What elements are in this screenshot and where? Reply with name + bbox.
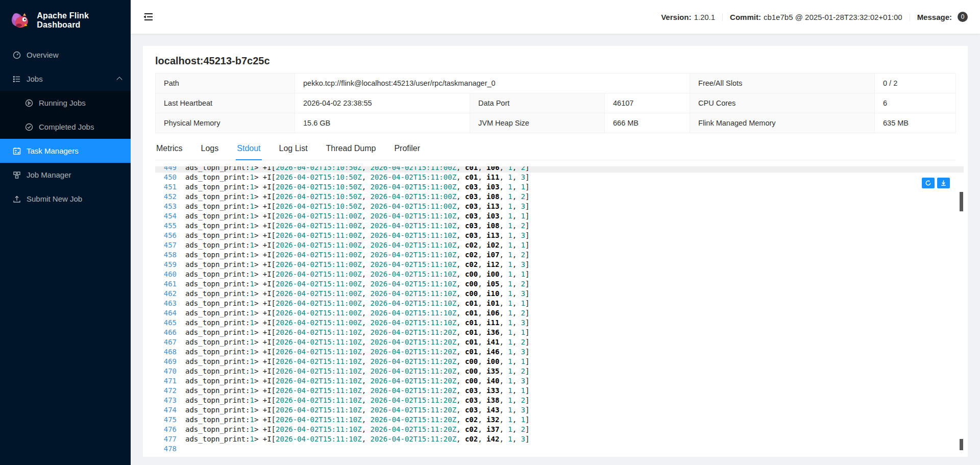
refresh-log-button[interactable] (922, 178, 935, 188)
log-token: , (499, 435, 508, 443)
window-end: 2026-04-02T15:11:20Z (370, 377, 456, 385)
log-token: +I[ (263, 241, 276, 249)
sidebar-item-running-jobs[interactable]: Running Jobs (0, 91, 131, 115)
category-id: c02 (465, 241, 478, 249)
log-token: , (512, 386, 521, 395)
log-line: 469ads_topn_print:1> +I[2026-04-02T15:11… (155, 357, 964, 366)
log-token: , (499, 309, 508, 317)
rank-value: 1 (508, 435, 512, 443)
score-value: 2 (521, 309, 525, 317)
log-line: 475ads_topn_print:1> +I[2026-04-02T15:11… (155, 415, 964, 425)
log-token: 1 (250, 241, 254, 249)
log-token: , (512, 270, 521, 278)
log-line: 460ads_topn_print:1> +I[2026-04-02T15:11… (155, 270, 964, 279)
log-token: , (456, 386, 465, 395)
stdout-log-viewer[interactable]: 449ads_topn_print:1> +I[2026-04-02T15:10… (155, 166, 964, 455)
category-id: c01 (465, 309, 478, 317)
log-token: ] (525, 270, 529, 278)
category-id: c03 (465, 386, 478, 395)
tab-profiler[interactable]: Profiler (393, 138, 421, 160)
line-number: 472 (155, 386, 177, 396)
log-token: , (456, 328, 465, 336)
window-end: 2026-04-02T15:11:20Z (370, 425, 456, 433)
log-token: , (456, 212, 465, 220)
scrollbar-thumb[interactable] (960, 192, 963, 211)
window-end: 2026-04-02T15:11:10Z (370, 241, 456, 249)
log-token: ] (525, 241, 529, 249)
line-number: 462 (155, 289, 177, 299)
log-token: ads_topn_print (185, 183, 246, 191)
score-value: 2 (521, 338, 525, 346)
log-token: 1 (250, 192, 254, 201)
line-number: 467 (155, 337, 177, 347)
window-start: 2026-04-02T15:11:10Z (276, 348, 362, 356)
log-token: , (362, 231, 371, 239)
tab-metrics[interactable]: Metrics (155, 138, 184, 160)
tab-stdout[interactable]: Stdout (236, 138, 261, 160)
category-id: c03 (465, 406, 478, 414)
flink-squirrel-logo (10, 10, 31, 31)
sidebar-item-overview[interactable]: Overview (0, 43, 131, 67)
score-value: 1 (521, 328, 525, 336)
app-logo: Apache Flink Dashboard (0, 0, 131, 41)
log-token: ] (525, 435, 529, 443)
window-start: 2026-04-02T15:11:00Z (276, 212, 362, 220)
item-id: i43 (486, 406, 499, 414)
log-token: , (478, 357, 486, 365)
log-token: 1 (250, 377, 254, 385)
log-token: ads_topn_print (185, 396, 246, 404)
tab-log-list[interactable]: Log List (278, 138, 309, 160)
log-token: , (456, 435, 465, 443)
log-line: 451ads_topn_print:1> +I[2026-04-02T15:10… (155, 182, 964, 192)
item-id: i13 (486, 202, 499, 210)
log-line: 461ads_topn_print:1> +I[2026-04-02T15:11… (155, 279, 964, 289)
item-id: i06 (486, 309, 499, 317)
sidebar-item-job-manager[interactable]: Job Manager (0, 163, 131, 187)
category-id: c02 (465, 260, 478, 268)
score-value: 3 (521, 289, 525, 298)
scrollbar-thumb-bottom[interactable] (960, 439, 963, 450)
sidebar-collapse-button[interactable] (143, 11, 154, 22)
sidebar-item-submit-new-job[interactable]: Submit New Job (0, 187, 131, 211)
log-token: > (254, 406, 263, 414)
log-token: , (512, 202, 521, 210)
item-id: i32 (486, 415, 499, 424)
rank-value: 1 (508, 386, 512, 395)
tab-logs[interactable]: Logs (200, 138, 220, 160)
window-start: 2026-04-02T15:11:10Z (276, 328, 362, 336)
window-start: 2026-04-02T15:11:10Z (276, 386, 362, 395)
line-number: 466 (155, 328, 177, 337)
sidebar-item-task-managers[interactable]: Task Managers (0, 139, 131, 163)
log-token: , (362, 406, 371, 414)
log-token: +I[ (263, 251, 276, 259)
sidebar-item-jobs[interactable]: Jobs (0, 67, 131, 91)
download-log-button[interactable] (937, 178, 950, 188)
build-icon (12, 170, 21, 179)
log-line: 455ads_topn_print:1> +I[2026-04-02T15:11… (155, 221, 964, 231)
category-id: c03 (465, 212, 478, 220)
log-token: , (512, 435, 521, 443)
score-value: 1 (521, 299, 525, 307)
item-id: i40 (486, 377, 499, 385)
log-token: > (254, 309, 263, 317)
log-token: , (499, 357, 508, 365)
info-row: Physical Memory15.6 GBJVM Heap Size666 M… (156, 113, 956, 133)
window-start: 2026-04-02T15:11:00Z (276, 270, 362, 278)
log-token: , (478, 270, 486, 278)
log-token: , (362, 415, 371, 424)
window-end: 2026-04-02T15:11:00Z (370, 173, 456, 181)
score-value: 2 (521, 166, 525, 172)
line-number: 477 (155, 434, 177, 444)
sidebar-item-completed-jobs[interactable]: Completed Jobs (0, 115, 131, 139)
score-value: 1 (521, 386, 525, 395)
line-number: 453 (155, 202, 177, 211)
log-token: , (499, 425, 508, 433)
log-token: > (254, 377, 263, 385)
rank-value: 1 (508, 377, 512, 385)
window-end: 2026-04-02T15:11:20Z (370, 406, 456, 414)
message-badge[interactable]: 0 (958, 12, 968, 22)
log-token: 1 (250, 212, 254, 220)
score-value: 1 (521, 415, 525, 424)
tab-thread-dump[interactable]: Thread Dump (325, 138, 377, 160)
score-value: 2 (521, 222, 525, 230)
